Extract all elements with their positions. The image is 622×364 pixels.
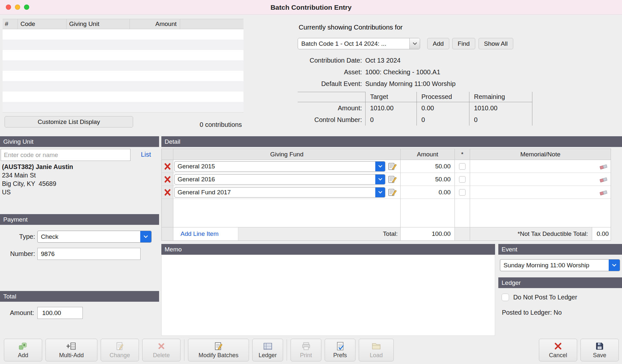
default-event-row: Default Event: Sunday Morning 11:00 Wors…	[266, 78, 455, 90]
col-giving-unit: Giving Unit	[67, 19, 130, 29]
giving-unit-name: (AUST382) Janie Austin	[2, 163, 73, 171]
detail-footer: Add Line Item Total: 100.00 *Not Tax Ded…	[162, 227, 611, 240]
memo-textarea[interactable]	[161, 255, 495, 336]
find-batch-button[interactable]: Find	[452, 38, 475, 49]
summary-corner-cell	[298, 92, 365, 102]
list-item	[3, 50, 243, 60]
do-not-post-checkbox[interactable]	[502, 294, 509, 301]
print-icon	[301, 341, 311, 351]
payment-type-value: Check	[38, 233, 140, 240]
batch-select-row: Batch Code 1 - Oct 14 2024: ... Add Find…	[298, 38, 513, 49]
contribution-date-row: Contribution Date: Oct 13 2024	[266, 55, 455, 66]
total-amount-label: Amount:	[0, 307, 34, 319]
delete-x-icon	[163, 163, 172, 170]
detail-table-header: Giving Fund Amount * Memorial/Note	[162, 149, 611, 160]
customize-list-display-button[interactable]: Customize List Display	[5, 116, 133, 127]
payment-type-select[interactable]: Check	[37, 231, 152, 243]
batch-info-fields: Contribution Date: Oct 13 2024 Asset: 10…	[266, 55, 455, 90]
asset-value: 1000: Checking - 1000.A1	[365, 66, 440, 78]
fund-cell: General 2016	[173, 173, 401, 186]
detail-table: Giving Fund Amount * Memorial/Note Gener…	[161, 149, 611, 241]
giving-unit-list-link[interactable]: List	[141, 151, 151, 158]
event-select[interactable]: Sunday Morning 11:00 Worship	[500, 259, 620, 271]
total-section-header: Total	[0, 291, 159, 302]
summary-control-remaining: 0	[469, 114, 532, 126]
col-not-tax-deductible: *	[455, 149, 470, 160]
line-amount-field[interactable]: 50.00	[401, 173, 455, 186]
list-item	[3, 102, 243, 112]
col-line-amount: Amount	[401, 149, 455, 160]
summary-control-label: Control Number:	[298, 114, 365, 126]
memorial-note-field[interactable]	[470, 173, 611, 186]
titlebar: Batch Contribution Entry	[0, 0, 622, 15]
giving-unit-address-line: Big City, KY 45689	[2, 180, 56, 188]
delete-line-button[interactable]	[162, 186, 173, 199]
col-number: #	[3, 19, 18, 29]
load-icon	[371, 341, 381, 351]
delete-line-button[interactable]	[162, 160, 173, 173]
giving-fund-value: General Fund 2017	[175, 189, 375, 196]
delete-x-icon	[163, 176, 172, 183]
memorial-note-field[interactable]	[470, 186, 611, 199]
chevron-down-icon	[375, 175, 385, 184]
edit-fund-icon[interactable]	[388, 175, 397, 184]
multi-add-button[interactable]: Multi-Add	[45, 339, 97, 361]
not-tax-deductible-checkbox[interactable]	[459, 176, 466, 183]
detail-total-value: 100.00	[401, 227, 455, 240]
currently-showing-heading: Currently showing Contributions for	[299, 23, 403, 31]
load-button: Load	[359, 339, 394, 361]
not-tax-deductible-total-value: 0.00	[592, 227, 611, 240]
add-line-item-link[interactable]: Add Line Item	[180, 230, 218, 237]
chevron-down-icon	[609, 260, 620, 271]
save-button[interactable]: Save	[580, 339, 619, 361]
summary-amount-target: 1010.00	[365, 102, 417, 114]
detail-row: General Fund 2017 0.00	[162, 186, 611, 199]
payment-number-label: Number:	[0, 248, 35, 260]
delete-icon	[157, 341, 166, 351]
erase-note-icon	[599, 189, 608, 195]
detail-total-label: Total:	[238, 227, 400, 240]
giving-fund-select[interactable]: General Fund 2017	[174, 187, 385, 198]
line-amount-field[interactable]: 0.00	[401, 186, 455, 199]
detail-row: General 2016 50.00	[162, 173, 611, 186]
star-cell	[455, 186, 470, 199]
not-tax-deductible-checkbox[interactable]	[459, 163, 466, 170]
cancel-button[interactable]: Cancel	[539, 339, 577, 361]
check-number-input[interactable]	[37, 248, 141, 260]
change-button: Change	[101, 339, 139, 361]
ledger-button[interactable]: Ledger	[252, 339, 283, 361]
do-not-post-label: Do Not Post To Ledger	[513, 294, 577, 301]
summary-amount-label: Amount:	[298, 102, 365, 114]
summary-control-processed: 0	[417, 114, 469, 126]
add-button[interactable]: Add	[4, 339, 42, 361]
giving-unit-search-input[interactable]	[1, 149, 131, 161]
batch-summary-table: Target Processed Remaining Amount: 1010.…	[298, 92, 532, 126]
delete-line-button[interactable]	[162, 173, 173, 186]
add-batch-button[interactable]: Add	[427, 38, 449, 49]
giving-unit-address-line: US	[2, 188, 11, 196]
detail-section-header: Detail	[161, 136, 622, 147]
default-event-label: Default Event:	[266, 78, 362, 90]
col-giving-fund: Giving Fund	[173, 149, 401, 160]
line-amount-field[interactable]: 50.00	[401, 160, 455, 173]
giving-fund-select[interactable]: General 2016	[174, 174, 385, 185]
contributions-list: # Code Giving Unit Amount	[3, 19, 243, 113]
list-item	[3, 81, 243, 91]
edit-fund-icon[interactable]	[388, 162, 397, 171]
not-tax-deductible-checkbox[interactable]	[459, 189, 466, 196]
edit-fund-icon[interactable]	[388, 188, 397, 197]
memorial-note-field[interactable]	[470, 160, 611, 173]
multi-add-icon	[67, 341, 76, 351]
show-all-button[interactable]: Show All	[479, 38, 513, 49]
total-amount-input[interactable]	[37, 307, 83, 319]
delete-button: Delete	[142, 339, 180, 361]
modify-batches-button[interactable]: Modify Batches	[188, 339, 249, 361]
fund-cell: General Fund 2017	[173, 186, 401, 199]
giving-fund-value: General 2016	[175, 176, 375, 183]
prefs-button[interactable]: Prefs	[325, 339, 355, 361]
batch-select[interactable]: Batch Code 1 - Oct 14 2024: ...	[298, 38, 420, 49]
col-delete	[162, 149, 173, 160]
giving-fund-select[interactable]: General 2015	[174, 161, 385, 172]
toolbar-separator	[184, 339, 184, 361]
erase-note-icon	[599, 176, 608, 182]
